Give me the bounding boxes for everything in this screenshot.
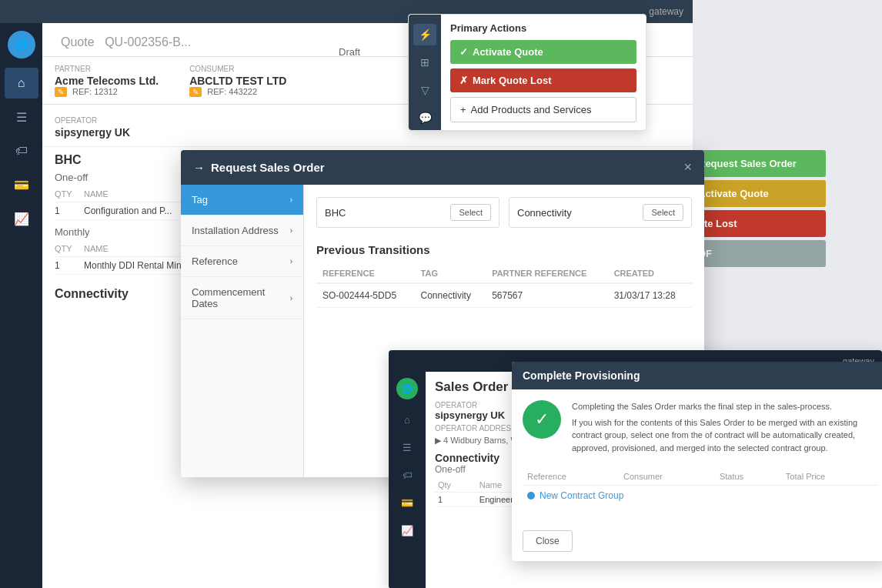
connectivity-select-button[interactable]: Select: [643, 204, 683, 221]
cp-close-button[interactable]: Close: [523, 530, 573, 552]
tag-selectors: BHC Select Connectivity Select: [316, 197, 692, 228]
consumer-name: ABCLTD TEST LTD: [189, 75, 286, 87]
new-contract-group: New Contract Group: [527, 490, 874, 501]
modal-sidebar-reference[interactable]: Reference ›: [181, 246, 303, 277]
sidebar-list-icon[interactable]: ☰: [5, 102, 38, 132]
modal-sidebar-tag[interactable]: Tag ›: [181, 185, 303, 215]
chevron-right-icon: ›: [290, 195, 292, 204]
pa-lightning-icon[interactable]: ⚡: [413, 24, 436, 45]
draft-status: Draft: [339, 46, 360, 58]
transitions-table: Reference Tag Partner Reference Created …: [316, 264, 692, 308]
quote-sidebar: 🌐 ⌂ ☰ 🏷 💳 📈: [0, 23, 42, 588]
cp-check-circle: ✓: [523, 400, 561, 439]
connectivity-tag-selector: Connectivity Select: [509, 197, 692, 228]
arrow-right-icon: →: [193, 161, 205, 174]
so-list-icon[interactable]: ☰: [393, 435, 421, 459]
bhc-tag-selector: BHC Select: [316, 197, 499, 228]
modal-header: → Request Sales Order ×: [181, 150, 704, 185]
transition-row: SO-002444-5DD5 Connectivity 567567 31/03…: [316, 283, 692, 308]
prev-transitions-title: Previous Transitions: [316, 243, 692, 256]
chevron-right-icon-4: ›: [290, 294, 292, 302]
transition-tag: Connectivity: [415, 283, 486, 308]
mark-quote-lost-button[interactable]: ✗ Mark Quote Lost: [450, 68, 636, 92]
new-contract-dot: [527, 492, 535, 499]
cp-contracts-table: Reference Consumer Status Total Price Ne…: [523, 468, 878, 506]
pa-sidebar: ⚡ ⊞ ▽ 💬: [409, 15, 441, 130]
partner-group: PARTNER Acme Telecoms Ltd. ✎ REF: 12312: [55, 65, 159, 96]
sidebar-card-icon[interactable]: 💳: [5, 169, 38, 200]
cp-header: Complete Provisioning: [512, 362, 882, 389]
bhc-select-button[interactable]: Select: [450, 204, 491, 221]
modal-sidebar-installation[interactable]: Installation Address ›: [181, 215, 303, 246]
right-activate-quote-btn[interactable]: Activate Quote: [687, 180, 826, 207]
pa-chat-icon[interactable]: 💬: [413, 107, 436, 129]
primary-actions-popup: ⚡ ⊞ ▽ 💬 Primary Actions ✓ Activate Quote…: [408, 14, 646, 131]
col-tag-header: Tag: [415, 264, 486, 283]
col-partner-ref-header: Partner Reference: [486, 264, 607, 283]
pa-network-icon[interactable]: ⊞: [413, 52, 436, 73]
cp-col-status: Status: [715, 468, 781, 486]
partner-name: Acme Telecoms Ltd.: [55, 75, 159, 87]
consumer-group: CONSUMER ABCLTD TEST LTD ✎ REF: 443222: [189, 65, 286, 96]
cp-col-total-price: Total Price: [781, 468, 878, 486]
cp-col-consumer: Consumer: [619, 468, 715, 486]
sidebar-tag-icon[interactable]: 🏷: [5, 135, 38, 166]
cp-top-section: ✓ Completing the Sales Order marks the f…: [523, 400, 878, 457]
so-card-icon[interactable]: 💳: [393, 490, 421, 515]
cp-col-reference: Reference: [523, 468, 619, 486]
pa-filter-icon[interactable]: ▽: [413, 79, 436, 101]
cp-table-row: New Contract Group: [523, 486, 878, 506]
so-globe-icon[interactable]: 🌐: [396, 378, 418, 399]
cp-description: Completing the Sales Order marks the fin…: [572, 400, 878, 457]
sidebar-home-icon[interactable]: ⌂: [5, 68, 38, 99]
consumer-ref: ✎ REF: 443222: [189, 87, 286, 96]
checkmark-icon: ✓: [535, 409, 549, 429]
right-mark-lost-btn[interactable]: ote Lost: [687, 210, 826, 237]
consumer-ref-badge: ✎: [189, 87, 202, 97]
transition-created: 31/03/17 13:28: [608, 283, 692, 308]
chevron-right-icon-2: ›: [290, 226, 292, 235]
modal-sidebar: Tag › Installation Address › Reference ›…: [181, 185, 304, 477]
modal-sidebar-commencement[interactable]: Commencement Dates ›: [181, 277, 303, 319]
activate-quote-button[interactable]: ✓ Activate Quote: [450, 40, 636, 64]
pa-title: Primary Actions: [450, 22, 636, 34]
col-reference-header: Reference: [316, 264, 415, 283]
x-icon: ✗: [459, 75, 468, 86]
quote-gateway-label: gateway: [649, 6, 683, 17]
col-created-header: Created: [608, 264, 692, 283]
checkmark-icon: ✓: [459, 46, 468, 58]
right-other-btn[interactable]: OF: [687, 240, 826, 267]
chevron-right-icon-3: ›: [290, 257, 292, 266]
right-action-buttons: Request Sales Order Activate Quote ote L…: [687, 150, 826, 270]
sidebar-chart-icon[interactable]: 📈: [5, 203, 38, 234]
complete-provisioning-dialog: Complete Provisioning ✓ Completing the S…: [512, 362, 882, 561]
right-request-sales-order-btn[interactable]: Request Sales Order: [687, 150, 826, 177]
transition-partner-ref: 567567: [486, 283, 607, 308]
transition-ref: SO-002444-5DD5: [316, 283, 415, 308]
quote-title: Quote QU-002356-B...: [55, 32, 191, 49]
cp-body: ✓ Completing the Sales Order marks the f…: [512, 389, 882, 524]
modal-title: → Request Sales Order: [193, 161, 325, 174]
partner-ref: ✎ REF: 12312: [55, 87, 159, 96]
so-chart-icon[interactable]: 📈: [393, 518, 421, 543]
plus-icon: +: [460, 104, 466, 115]
partner-ref-badge: ✎: [55, 87, 67, 97]
modal-close-button[interactable]: ×: [683, 159, 692, 175]
so-sidebar: 🌐 ⌂ ☰ 🏷 💳 📈: [389, 372, 426, 588]
so-col-qty: Qty: [435, 478, 476, 493]
sidebar-globe-icon[interactable]: 🌐: [8, 31, 35, 58]
so-tag-icon[interactable]: 🏷: [393, 463, 421, 487]
so-title: Sales Order: [435, 379, 508, 395]
cp-footer: Close: [512, 524, 882, 561]
so-home-icon[interactable]: ⌂: [393, 407, 421, 432]
pa-content: Primary Actions ✓ Activate Quote ✗ Mark …: [441, 15, 646, 130]
add-products-button[interactable]: + Add Products and Services: [450, 97, 636, 122]
